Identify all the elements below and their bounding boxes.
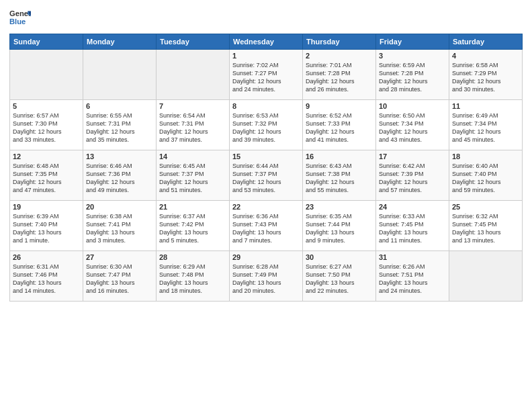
day-cell: 11Sunrise: 6:49 AM Sunset: 7:34 PM Dayli… bbox=[449, 100, 523, 150]
day-number: 5 bbox=[13, 102, 80, 110]
day-info: Sunrise: 6:50 AM Sunset: 7:34 PM Dayligh… bbox=[379, 111, 446, 144]
day-info: Sunrise: 6:30 AM Sunset: 7:47 PM Dayligh… bbox=[86, 263, 153, 295]
day-info: Sunrise: 6:29 AM Sunset: 7:48 PM Dayligh… bbox=[159, 263, 226, 295]
day-cell: 26Sunrise: 6:31 AM Sunset: 7:46 PM Dayli… bbox=[10, 251, 83, 302]
day-cell: 20Sunrise: 6:38 AM Sunset: 7:41 PM Dayli… bbox=[83, 201, 157, 251]
day-number: 28 bbox=[159, 253, 226, 261]
header-row: SundayMondayTuesdayWednesdayThursdayFrid… bbox=[10, 34, 523, 50]
day-cell: 3Sunrise: 6:59 AM Sunset: 7:28 PM Daylig… bbox=[376, 50, 449, 100]
day-cell: 16Sunrise: 6:43 AM Sunset: 7:38 PM Dayli… bbox=[303, 150, 376, 201]
day-number: 3 bbox=[379, 52, 446, 60]
day-cell: 25Sunrise: 6:32 AM Sunset: 7:45 PM Dayli… bbox=[449, 201, 523, 251]
day-cell bbox=[157, 50, 230, 100]
day-info: Sunrise: 6:48 AM Sunset: 7:35 PM Dayligh… bbox=[13, 162, 80, 195]
logo-icon: General Blue bbox=[9, 7, 31, 28]
day-number: 10 bbox=[379, 102, 446, 110]
day-number: 25 bbox=[452, 203, 519, 211]
weekday-header-saturday: Saturday bbox=[449, 34, 523, 50]
day-number: 31 bbox=[379, 253, 446, 261]
day-number: 16 bbox=[306, 152, 373, 161]
day-info: Sunrise: 6:40 AM Sunset: 7:40 PM Dayligh… bbox=[452, 162, 519, 195]
day-cell: 18Sunrise: 6:40 AM Sunset: 7:40 PM Dayli… bbox=[449, 150, 523, 201]
day-info: Sunrise: 6:42 AM Sunset: 7:39 PM Dayligh… bbox=[379, 162, 446, 195]
day-number: 1 bbox=[232, 52, 300, 60]
day-number: 24 bbox=[379, 203, 446, 211]
day-number: 9 bbox=[306, 102, 373, 110]
day-cell: 4Sunrise: 6:58 AM Sunset: 7:29 PM Daylig… bbox=[449, 50, 523, 100]
day-cell: 23Sunrise: 6:35 AM Sunset: 7:44 PM Dayli… bbox=[303, 201, 376, 251]
week-row-2: 5Sunrise: 6:57 AM Sunset: 7:30 PM Daylig… bbox=[10, 100, 523, 150]
day-info: Sunrise: 6:59 AM Sunset: 7:28 PM Dayligh… bbox=[379, 61, 446, 94]
day-number: 29 bbox=[232, 253, 300, 261]
header: General Blue bbox=[9, 7, 523, 28]
day-cell: 27Sunrise: 6:30 AM Sunset: 7:47 PM Dayli… bbox=[83, 251, 157, 302]
day-cell: 10Sunrise: 6:50 AM Sunset: 7:34 PM Dayli… bbox=[376, 100, 449, 150]
day-info: Sunrise: 7:01 AM Sunset: 7:28 PM Dayligh… bbox=[306, 61, 373, 94]
day-cell: 6Sunrise: 6:55 AM Sunset: 7:31 PM Daylig… bbox=[83, 100, 157, 150]
day-cell: 19Sunrise: 6:39 AM Sunset: 7:40 PM Dayli… bbox=[10, 201, 83, 251]
day-cell bbox=[83, 50, 157, 100]
weekday-header-wednesday: Wednesday bbox=[230, 34, 303, 50]
weekday-header-sunday: Sunday bbox=[10, 34, 83, 50]
day-info: Sunrise: 6:27 AM Sunset: 7:50 PM Dayligh… bbox=[306, 263, 373, 295]
day-number: 23 bbox=[306, 203, 373, 211]
week-row-4: 19Sunrise: 6:39 AM Sunset: 7:40 PM Dayli… bbox=[10, 201, 523, 251]
day-info: Sunrise: 6:26 AM Sunset: 7:51 PM Dayligh… bbox=[379, 263, 446, 295]
day-info: Sunrise: 6:57 AM Sunset: 7:30 PM Dayligh… bbox=[13, 111, 80, 144]
day-cell bbox=[449, 251, 523, 302]
logo: General Blue bbox=[9, 7, 31, 28]
day-number: 14 bbox=[159, 152, 226, 161]
day-cell: 30Sunrise: 6:27 AM Sunset: 7:50 PM Dayli… bbox=[303, 251, 376, 302]
day-cell: 7Sunrise: 6:54 AM Sunset: 7:31 PM Daylig… bbox=[157, 100, 230, 150]
day-number: 11 bbox=[452, 102, 519, 110]
day-number: 17 bbox=[379, 152, 446, 161]
day-info: Sunrise: 6:52 AM Sunset: 7:33 PM Dayligh… bbox=[306, 111, 373, 144]
day-info: Sunrise: 6:37 AM Sunset: 7:42 PM Dayligh… bbox=[159, 212, 226, 245]
day-info: Sunrise: 6:43 AM Sunset: 7:38 PM Dayligh… bbox=[306, 162, 373, 195]
weekday-header-monday: Monday bbox=[83, 34, 157, 50]
day-number: 27 bbox=[86, 253, 153, 261]
day-info: Sunrise: 6:44 AM Sunset: 7:37 PM Dayligh… bbox=[232, 162, 300, 195]
day-cell: 29Sunrise: 6:28 AM Sunset: 7:49 PM Dayli… bbox=[230, 251, 303, 302]
week-row-3: 12Sunrise: 6:48 AM Sunset: 7:35 PM Dayli… bbox=[10, 150, 523, 201]
day-info: Sunrise: 6:45 AM Sunset: 7:37 PM Dayligh… bbox=[159, 162, 226, 195]
day-number: 7 bbox=[159, 102, 226, 110]
day-info: Sunrise: 6:49 AM Sunset: 7:34 PM Dayligh… bbox=[452, 111, 519, 144]
day-cell: 9Sunrise: 6:52 AM Sunset: 7:33 PM Daylig… bbox=[303, 100, 376, 150]
day-info: Sunrise: 6:53 AM Sunset: 7:32 PM Dayligh… bbox=[232, 111, 300, 144]
day-cell: 24Sunrise: 6:33 AM Sunset: 7:45 PM Dayli… bbox=[376, 201, 449, 251]
day-cell: 8Sunrise: 6:53 AM Sunset: 7:32 PM Daylig… bbox=[230, 100, 303, 150]
day-number: 21 bbox=[159, 203, 226, 211]
day-number: 13 bbox=[86, 152, 153, 161]
day-cell: 1Sunrise: 7:02 AM Sunset: 7:27 PM Daylig… bbox=[230, 50, 303, 100]
calendar-body: 1Sunrise: 7:02 AM Sunset: 7:27 PM Daylig… bbox=[10, 50, 523, 302]
day-number: 20 bbox=[86, 203, 153, 211]
day-number: 2 bbox=[306, 52, 373, 60]
day-number: 12 bbox=[13, 152, 80, 161]
weekday-header-friday: Friday bbox=[376, 34, 449, 50]
day-info: Sunrise: 6:28 AM Sunset: 7:49 PM Dayligh… bbox=[232, 263, 300, 295]
day-info: Sunrise: 6:55 AM Sunset: 7:31 PM Dayligh… bbox=[86, 111, 153, 144]
day-number: 6 bbox=[86, 102, 153, 110]
day-cell: 13Sunrise: 6:46 AM Sunset: 7:36 PM Dayli… bbox=[83, 150, 157, 201]
day-cell: 22Sunrise: 6:36 AM Sunset: 7:43 PM Dayli… bbox=[230, 201, 303, 251]
day-info: Sunrise: 6:39 AM Sunset: 7:40 PM Dayligh… bbox=[13, 212, 80, 245]
day-cell: 14Sunrise: 6:45 AM Sunset: 7:37 PM Dayli… bbox=[157, 150, 230, 201]
week-row-5: 26Sunrise: 6:31 AM Sunset: 7:46 PM Dayli… bbox=[10, 251, 523, 302]
weekday-header-thursday: Thursday bbox=[303, 34, 376, 50]
day-number: 4 bbox=[452, 52, 519, 60]
weekday-header-tuesday: Tuesday bbox=[157, 34, 230, 50]
day-info: Sunrise: 6:33 AM Sunset: 7:45 PM Dayligh… bbox=[379, 212, 446, 245]
day-cell: 5Sunrise: 6:57 AM Sunset: 7:30 PM Daylig… bbox=[10, 100, 83, 150]
day-info: Sunrise: 6:36 AM Sunset: 7:43 PM Dayligh… bbox=[232, 212, 300, 245]
day-info: Sunrise: 7:02 AM Sunset: 7:27 PM Dayligh… bbox=[232, 61, 300, 94]
calendar-header: SundayMondayTuesdayWednesdayThursdayFrid… bbox=[10, 34, 523, 50]
day-info: Sunrise: 6:31 AM Sunset: 7:46 PM Dayligh… bbox=[13, 263, 80, 295]
day-cell: 28Sunrise: 6:29 AM Sunset: 7:48 PM Dayli… bbox=[157, 251, 230, 302]
day-number: 30 bbox=[306, 253, 373, 261]
day-number: 8 bbox=[232, 102, 300, 110]
day-number: 15 bbox=[232, 152, 300, 161]
day-number: 22 bbox=[232, 203, 300, 211]
day-number: 26 bbox=[13, 253, 80, 261]
page: General Blue SundayMondayTuesdayWednesda… bbox=[0, 0, 532, 411]
